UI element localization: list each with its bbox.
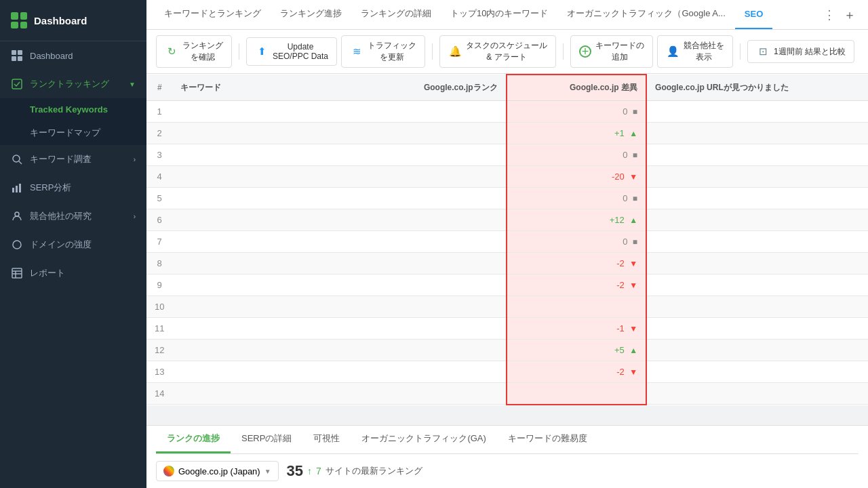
cell-keyword (172, 101, 372, 123)
table-row[interactable]: 10 (146, 296, 868, 318)
sidebar-sub-item-tracked-keywords[interactable]: Tracked Keywords (0, 98, 146, 121)
sidebar-sub-item-keyword-map[interactable]: キーワードマップ (0, 121, 146, 145)
cell-rank (372, 340, 506, 361)
cell-keyword (172, 166, 372, 188)
cell-url (646, 101, 868, 123)
table-row[interactable]: 13-2 ▼ (146, 361, 868, 383)
top-tabs-bar: キーワードとランキング ランキング進捗 ランキングの詳細 トップ10内のキーワー… (146, 0, 868, 30)
user-circle-icon: 👤 (666, 45, 679, 58)
sidebar-logo: Dashboard (0, 0, 146, 41)
cell-rank (372, 274, 506, 296)
cell-rank (372, 253, 506, 274)
sidebar-item-reports-label: レポート (30, 267, 65, 279)
tab-seo[interactable]: SEO (735, 0, 772, 30)
check-ranking-button[interactable]: ↻ ランキングを確認 (156, 35, 232, 68)
google-engine-selector[interactable]: Google.co.jp (Japan) ▼ (156, 461, 279, 481)
toolbar: ↻ ランキングを確認 ⬆ UpdateSEO/PPC Data ≋ トラフィック… (146, 30, 868, 74)
tab-organic-traffic[interactable]: オーガニックトラフィック（Google A... (557, 0, 734, 30)
circle-icon (11, 239, 23, 251)
bottom-tab-rank-progress[interactable]: ランクの進捗 (156, 426, 231, 453)
cell-keyword (172, 209, 372, 231)
bottom-panel: ランクの進捗 SERPの詳細 可視性 オーガニックトラフィック(GA) キーワー… (146, 425, 868, 488)
table-row[interactable]: 30 ■ (146, 144, 868, 166)
ranking-up-count: 7 (316, 466, 321, 476)
cell-keyword (172, 253, 372, 274)
grid-icon (11, 49, 23, 62)
tab-keyword-ranking[interactable]: キーワードとランキング (155, 0, 271, 30)
toolbar-divider-1 (239, 43, 239, 60)
cell-row-num: 6 (146, 209, 172, 231)
cell-rank (372, 123, 506, 144)
table-row[interactable]: 50 ■ (146, 188, 868, 209)
table-row[interactable]: 10 ■ (146, 101, 868, 123)
compare-week-button[interactable]: ⊡ 1週間前 結果と比較 (747, 40, 854, 63)
sidebar-item-rank-tracking[interactable]: ランクトラッキング ▼ (0, 70, 146, 98)
col-header-rank[interactable]: Google.co.jpランク (372, 75, 506, 101)
cell-diff: +1 ▲ (507, 123, 646, 144)
sidebar-sub-menu: Tracked Keywords キーワードマップ (0, 98, 146, 145)
cell-rank (372, 296, 506, 318)
bottom-tab-serp-detail[interactable]: SERPの詳細 (231, 426, 302, 453)
table-row[interactable]: 11-1 ▼ (146, 318, 868, 340)
chevron-down-icon: ▼ (129, 81, 136, 88)
sidebar-item-dashboard-label: Dashboard (30, 51, 73, 61)
sidebar-item-serp[interactable]: SERP分析 (0, 174, 146, 202)
sidebar-item-reports[interactable]: レポート (0, 259, 146, 287)
sidebar-item-domain[interactable]: ドメインの強度 (0, 230, 146, 259)
col-header-keyword[interactable]: キーワード (172, 75, 372, 101)
bell-icon: 🔔 (448, 45, 462, 58)
diff-value: 0 (623, 237, 627, 247)
tab-top10-keywords[interactable]: トップ10内のキーワード (441, 0, 557, 30)
table-row[interactable]: 70 ■ (146, 231, 868, 253)
bottom-tab-keyword-difficulty[interactable]: キーワードの難易度 (497, 426, 598, 453)
cell-rank (372, 101, 506, 123)
tab-ranking-progress[interactable]: ランキング進捗 (271, 0, 351, 30)
diff-value: +12 (610, 215, 625, 225)
diff-value: 0 (623, 106, 627, 117)
sidebar-item-dashboard[interactable]: Dashboard (0, 41, 146, 70)
sidebar-item-competitor[interactable]: 競合他社の研究 › (0, 202, 146, 230)
add-keyword-button[interactable]: + キーワードの追加 (570, 35, 653, 68)
toolbar-divider-4 (740, 43, 741, 60)
show-competitor-button[interactable]: 👤 競合他社を表示 (657, 35, 733, 68)
add-tab-button[interactable]: ＋ (840, 7, 860, 23)
cell-url (646, 296, 868, 318)
tab-ranking-detail[interactable]: ランキングの詳細 (351, 0, 441, 30)
update-traffic-button[interactable]: ≋ トラフィックを更新 (341, 35, 425, 68)
cell-rank (372, 383, 506, 405)
diff-arrow-icon: ■ (630, 194, 637, 203)
table-row[interactable]: 8-2 ▼ (146, 253, 868, 274)
cell-rank (372, 166, 506, 188)
google-icon (163, 466, 174, 476)
sidebar-item-keyword-research[interactable]: キーワード調査 › (0, 145, 146, 174)
update-seoppc-button[interactable]: ⬆ UpdateSEO/PPC Data (246, 37, 337, 66)
main-content: キーワードとランキング ランキング進捗 ランキングの詳細 トップ10内のキーワー… (146, 0, 868, 488)
cell-diff: 0 ■ (507, 144, 646, 166)
bottom-tab-visibility[interactable]: 可視性 (302, 426, 351, 453)
table-area[interactable]: # キーワード Google.co.jpランク Google.co.jp 差異 … (146, 74, 868, 425)
cell-rank (372, 209, 506, 231)
bottom-tabs-bar: ランクの進捗 SERPの詳細 可視性 オーガニックトラフィック(GA) キーワー… (156, 426, 859, 454)
bottom-tab-organic-traffic[interactable]: オーガニックトラフィック(GA) (351, 426, 496, 453)
cell-url (646, 274, 868, 296)
ranking-label: サイトの最新ランキング (326, 465, 422, 477)
table-row[interactable]: 12+5 ▲ (146, 340, 868, 361)
cell-keyword (172, 144, 372, 166)
diff-arrow-icon: ■ (630, 237, 637, 247)
table-row[interactable]: 6+12 ▲ (146, 209, 868, 231)
cell-keyword (172, 231, 372, 253)
svg-point-10 (15, 212, 19, 216)
col-header-diff[interactable]: Google.co.jp 差異 (507, 75, 646, 101)
table-row[interactable]: 9-2 ▼ (146, 274, 868, 296)
table-row[interactable]: 4-20 ▼ (146, 166, 868, 188)
svg-rect-3 (18, 56, 22, 61)
table-row[interactable]: 14 (146, 383, 868, 405)
schedule-alert-button[interactable]: 🔔 タスクのスケジュール& アラート (439, 35, 556, 68)
google-selector-label: Google.co.jp (Japan) (178, 466, 260, 476)
dashboard-icon (11, 12, 27, 28)
more-tabs-button[interactable]: ⋮ (819, 7, 840, 22)
traffic-icon: ≋ (350, 45, 363, 58)
cell-row-num: 9 (146, 274, 172, 296)
table-row[interactable]: 2+1 ▲ (146, 123, 868, 144)
cell-rank (372, 144, 506, 166)
